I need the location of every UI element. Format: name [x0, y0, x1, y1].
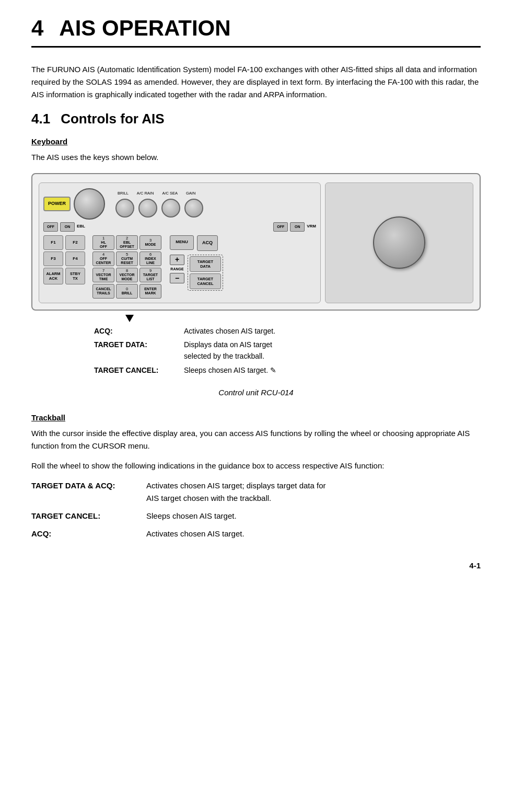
brill-label: BRILL: [118, 190, 129, 197]
f3-button[interactable]: F3: [43, 251, 63, 266]
target-data-annotation-key: TARGET DATA:: [94, 339, 178, 362]
acsea-label: A/C SEA: [162, 190, 178, 197]
key-3[interactable]: 3MODE: [139, 235, 161, 250]
target-data-button[interactable]: TARGETDATA: [190, 256, 221, 272]
key-0[interactable]: 0BRILL: [116, 284, 138, 299]
key-5[interactable]: 5CU/TMRESET: [116, 251, 138, 266]
target-data-annotation-val: Displays data on AIS targetselected by t…: [184, 339, 276, 362]
f2-button[interactable]: F2: [65, 235, 85, 250]
subsection-keyboard-title: Keyboard: [31, 135, 481, 148]
gain-label: GAIN: [186, 190, 195, 197]
list-item-desc-1: Sleeps chosen AIS target.: [146, 510, 481, 522]
range-label: RANGE: [170, 266, 183, 272]
key-4[interactable]: 4OFFCENTER: [92, 251, 114, 266]
key-6[interactable]: 6INDEXLINE: [139, 251, 161, 266]
off-left-btn[interactable]: OFF: [43, 222, 58, 232]
page-footer: 4-1: [31, 561, 481, 570]
on-left-btn[interactable]: ON: [60, 222, 75, 232]
menu-button[interactable]: MENU: [170, 235, 194, 250]
trackball[interactable]: [373, 216, 425, 269]
section-number: 4.1: [31, 108, 50, 130]
key-7[interactable]: 7VECTORTIME: [92, 268, 114, 282]
vrm-label: VRM: [307, 223, 316, 230]
range-control: + RANGE −: [170, 255, 184, 283]
list-item-label-1: TARGET CANCEL:: [31, 510, 146, 522]
trackball-body2: Roll the wheel to show the following ind…: [31, 460, 481, 472]
on-right-btn[interactable]: ON: [290, 222, 305, 232]
list-item-desc-2: Activates chosen AIS target.: [146, 528, 481, 540]
ebl-label: EBL: [77, 223, 85, 230]
keyboard-section: POWER BRILL A/C RAIN A/C SEA GAIN: [39, 182, 321, 303]
target-cancel-annotation-key: TARGET CANCEL:: [94, 364, 178, 376]
target-button-group: TARGETDATA TARGETCANCEL: [188, 255, 223, 291]
key-2[interactable]: 2EBLOFFSET: [116, 235, 138, 250]
acrain-dial[interactable]: [138, 199, 157, 218]
power-button[interactable]: POWER: [43, 197, 71, 211]
key-9[interactable]: 9TARGETLIST: [139, 268, 161, 282]
control-unit-diagram: POWER BRILL A/C RAIN A/C SEA GAIN: [31, 173, 481, 311]
list-item: TARGET CANCEL: Sleeps chosen AIS target.: [31, 510, 481, 522]
acq-annotation-key: ACQ:: [94, 325, 178, 337]
chapter-title: AIS OPERATION: [59, 16, 230, 41]
target-cancel-button[interactable]: TARGETCANCEL: [190, 273, 221, 289]
off-right-btn[interactable]: OFF: [273, 222, 288, 232]
cancel-trails-button[interactable]: CANCELTRAILS: [92, 284, 114, 299]
diagram-annotations: ACQ: Activates chosen AIS target. TARGET…: [94, 315, 481, 379]
section-header: 4.1 Controls for AIS: [31, 108, 481, 130]
page-number: 4-1: [469, 561, 481, 570]
main-dial[interactable]: [74, 188, 105, 220]
enter-mark-button[interactable]: ENTERMARK: [139, 284, 161, 299]
acq-annotation-val: Activates chosen AIS target.: [184, 325, 276, 337]
annotation-arrow: [125, 315, 134, 322]
acrain-label: A/C RAIN: [137, 190, 154, 197]
chapter-header: 4 AIS OPERATION: [31, 16, 481, 48]
trackball-section: [325, 182, 473, 303]
stby-tx-button[interactable]: STBY TX: [65, 268, 85, 284]
f4-button[interactable]: F4: [65, 251, 85, 266]
range-plus-button[interactable]: +: [170, 255, 184, 265]
brill-dial[interactable]: [115, 199, 134, 218]
intro-paragraph: The FURUNO AIS (Automatic Identification…: [31, 63, 481, 101]
trackball-body1: With the cursor inside the effective dis…: [31, 427, 481, 452]
key-8[interactable]: 8VECTORMODE: [116, 268, 138, 282]
f1-button[interactable]: F1: [43, 235, 63, 250]
trackball-subsection-title: Trackball: [31, 411, 481, 424]
section-title: Controls for AIS: [61, 108, 164, 130]
range-minus-button[interactable]: −: [170, 273, 184, 283]
gain-dial[interactable]: [184, 199, 203, 218]
chapter-number: 4: [31, 16, 43, 41]
target-cancel-annotation-val: Sleeps chosen AIS target. ✎: [184, 364, 276, 376]
annotation-target-cancel: TARGET CANCEL: Sleeps chosen AIS target.…: [94, 364, 276, 376]
acsea-dial[interactable]: [161, 199, 180, 218]
list-item: ACQ: Activates chosen AIS target.: [31, 528, 481, 540]
ais-function-list: TARGET DATA & ACQ: Activates chosen AIS …: [31, 479, 481, 540]
annotation-target-data: TARGET DATA: Displays data on AIS target…: [94, 339, 276, 362]
list-item: TARGET DATA & ACQ: Activates chosen AIS …: [31, 479, 481, 505]
key-1[interactable]: 1HLOFF: [92, 235, 114, 250]
diagram-caption: Control unit RCU-014: [31, 386, 481, 399]
annotation-acq: ACQ: Activates chosen AIS target.: [94, 325, 276, 337]
list-item-label-0: TARGET DATA & ACQ:: [31, 479, 146, 505]
alarm-ack-button[interactable]: ALARM ACK: [43, 268, 63, 284]
keyboard-intro: The AIS uses the keys shown below.: [31, 151, 481, 164]
list-item-label-2: ACQ:: [31, 528, 146, 540]
acq-button[interactable]: ACQ: [197, 235, 218, 251]
list-item-desc-0: Activates chosen AIS target; displays ta…: [146, 479, 481, 505]
